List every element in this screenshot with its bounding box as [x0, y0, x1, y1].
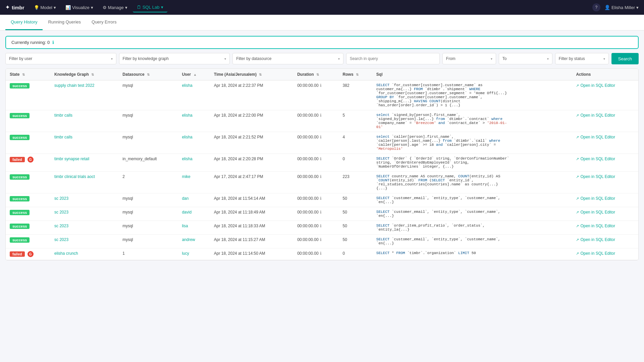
state-badge: failed: [10, 157, 25, 162]
state-badge: success: [10, 224, 30, 229]
duration-info-icon[interactable]: ℹ: [320, 251, 322, 256]
user-link[interactable]: lucy: [182, 251, 189, 256]
open-sql-editor-link[interactable]: ↗ Open in SQL Editor: [576, 196, 634, 201]
rows-cell: 50: [339, 235, 372, 248]
duration-info-icon[interactable]: ℹ: [320, 174, 322, 179]
search-button[interactable]: Search: [611, 53, 639, 64]
duration-cell: 00:00:00.00 ℹ: [293, 132, 338, 154]
knowledge-graph-link[interactable]: timbr calls: [54, 113, 72, 118]
duration-info-icon[interactable]: ℹ: [320, 157, 322, 161]
open-sql-editor-link[interactable]: ↗ Open in SQL Editor: [576, 157, 634, 161]
user-link[interactable]: elisha: [182, 157, 192, 161]
open-sql-editor-link[interactable]: ↗ Open in SQL Editor: [576, 174, 634, 179]
google-error-icon: G: [28, 251, 34, 257]
rows-cell: 0: [339, 248, 372, 260]
visualize-icon: 📊: [65, 5, 71, 10]
col-duration[interactable]: Duration ⇅: [293, 69, 338, 80]
duration-value: 00:00:00.00: [297, 251, 318, 256]
logo-text: timbr: [12, 5, 24, 10]
tab-running-queries[interactable]: Running Queries: [43, 15, 86, 30]
filter-datasource[interactable]: Filter by datasource ▾: [232, 53, 343, 64]
knowledge-graph-link[interactable]: sc 2023: [54, 210, 68, 215]
filter-user[interactable]: Filter by user ▾: [5, 53, 116, 64]
col-state[interactable]: State ⇅: [6, 69, 50, 80]
time-cell: Apr 18, 2024 at 2:22:37 PM: [210, 80, 293, 110]
duration-info-icon[interactable]: ℹ: [320, 83, 322, 88]
model-icon: 💡: [34, 5, 39, 10]
time-cell: Apr 18, 2024 at 11:54:14 AM: [210, 193, 293, 207]
duration-info-icon[interactable]: ℹ: [320, 196, 322, 201]
sql-cell: SELECT `customer_email`, `entity_type`, …: [372, 207, 572, 221]
state-cell: failed G: [6, 154, 50, 172]
col-user[interactable]: User ▲: [178, 69, 210, 80]
filters-row: Filter by user ▾ Filter by knowledge gra…: [5, 53, 639, 64]
sql-content: SELECT `for_customer[customer].customer_…: [376, 83, 511, 107]
user-link[interactable]: elisha: [182, 135, 192, 139]
open-sql-editor-link[interactable]: ↗ Open in SQL Editor: [576, 251, 634, 256]
user-link[interactable]: elisha: [182, 83, 192, 88]
state-badge: success: [10, 113, 30, 118]
user-menu[interactable]: 👤 Elisha Miller ▾: [604, 5, 639, 10]
user-link[interactable]: dan: [182, 196, 189, 201]
user-link[interactable]: lisa: [182, 224, 188, 228]
rows-value: 382: [343, 83, 350, 88]
knowledge-graph-link[interactable]: sc 2023: [54, 237, 68, 242]
datasource-cell: mysql: [118, 221, 178, 235]
open-sql-editor-link[interactable]: ↗ Open in SQL Editor: [576, 224, 634, 228]
user-cell: elisha: [178, 80, 210, 110]
open-sql-editor-link[interactable]: ↗ Open in SQL Editor: [576, 135, 634, 139]
nav-model[interactable]: 💡 Model ▾: [30, 3, 60, 12]
state-cell: success: [6, 80, 50, 110]
col-time[interactable]: Time (Asia/Jerusalem) ⇅: [210, 69, 293, 80]
user-link[interactable]: andrew: [182, 237, 195, 242]
user-link[interactable]: mike: [182, 174, 190, 179]
tab-query-errors[interactable]: Query Errors: [86, 15, 122, 30]
rows-cell: 50: [339, 193, 372, 207]
duration-info-icon[interactable]: ℹ: [320, 113, 322, 118]
tab-query-history[interactable]: Query History: [5, 15, 43, 30]
rows-cell: 5: [339, 110, 372, 132]
duration-info-icon[interactable]: ℹ: [320, 224, 322, 228]
sql-content: SELECT `customer_email`, `entity_type`, …: [376, 237, 511, 245]
sql-cell: SELECT country_name AS country_name, COU…: [372, 172, 572, 193]
open-sql-editor-link[interactable]: ↗ Open in SQL Editor: [576, 210, 634, 215]
duration-info-icon[interactable]: ℹ: [320, 135, 322, 139]
sql-content: SELECT `order_item_profit_ratio`, `order…: [376, 224, 511, 232]
nav-sqllab[interactable]: 🗒 SQL Lab ▾: [133, 3, 167, 12]
duration-cell: 00:00:00.00 ℹ: [293, 110, 338, 132]
knowledge-graph-link[interactable]: timbr clinical trials aoct: [54, 174, 95, 179]
duration-info-icon[interactable]: ℹ: [320, 210, 322, 215]
info-icon: ℹ: [52, 40, 54, 45]
knowledge-graph-link[interactable]: timbr synapse retail: [54, 157, 89, 161]
col-rows[interactable]: Rows ⇅: [339, 69, 372, 80]
filter-from[interactable]: From ▾: [442, 53, 496, 64]
external-link-icon: ↗: [576, 238, 579, 242]
user-link[interactable]: elisha: [182, 113, 192, 118]
nav-visualize[interactable]: 📊 Visualize ▾: [61, 3, 97, 12]
search-query-input[interactable]: [346, 53, 440, 64]
open-sql-editor-link[interactable]: ↗ Open in SQL Editor: [576, 237, 634, 242]
kg-cell: timbr calls: [50, 110, 118, 132]
kg-cell: sc 2023: [50, 193, 118, 207]
filter-status[interactable]: Filter by status ▾: [555, 53, 609, 64]
external-link-icon: ↗: [576, 210, 579, 215]
duration-info-icon[interactable]: ℹ: [320, 237, 322, 242]
filter-to[interactable]: To ▾: [499, 53, 552, 64]
knowledge-graph-link[interactable]: sc 2023: [54, 196, 68, 201]
chevron-down-icon: ▾: [224, 57, 226, 61]
sql-cell: SELECT `customer_email`, `entity_type`, …: [372, 193, 572, 207]
knowledge-graph-link[interactable]: elisha crunch: [54, 251, 78, 256]
sql-content: select `signed_by[person].first_name`, `…: [376, 113, 511, 129]
knowledge-graph-link[interactable]: supply chain test 2022: [54, 83, 94, 88]
knowledge-graph-link[interactable]: timbr calls: [54, 135, 72, 139]
state-cell: success: [6, 193, 50, 207]
knowledge-graph-link[interactable]: sc 2023: [54, 224, 68, 228]
col-datasource[interactable]: Datasource ⇅: [118, 69, 178, 80]
filter-knowledge-graph[interactable]: Filter by knowledge graph ▾: [119, 53, 230, 64]
col-knowledge-graph[interactable]: Knowledge Graph ⇅: [50, 69, 118, 80]
help-button[interactable]: ?: [592, 3, 600, 11]
nav-manage[interactable]: ⚙ Manage ▾: [99, 3, 131, 12]
open-sql-editor-link[interactable]: ↗ Open in SQL Editor: [576, 83, 634, 88]
open-sql-editor-link[interactable]: ↗ Open in SQL Editor: [576, 113, 634, 118]
user-link[interactable]: david: [182, 210, 192, 215]
